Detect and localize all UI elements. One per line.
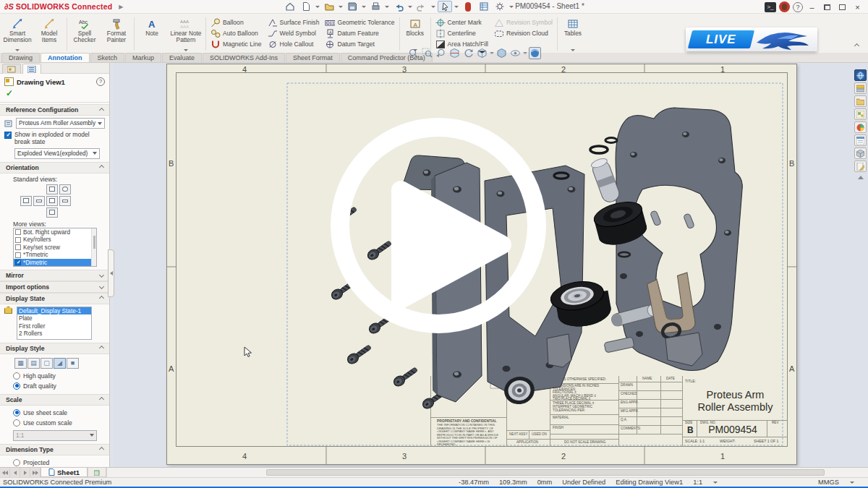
display-style-icon[interactable]	[495, 47, 508, 59]
weld-symbol-button[interactable]: Weld Symbol	[268, 28, 320, 38]
task-pane-expand-icon[interactable]	[858, 176, 864, 179]
scale-caret-icon[interactable]	[713, 481, 718, 484]
section-dimension-type[interactable]: Dimension Type	[0, 444, 109, 455]
hole-callout-button[interactable]: Hole Callout	[268, 39, 320, 49]
balloon-button[interactable]: Balloon	[210, 17, 262, 27]
propertymanager-tab[interactable]	[22, 64, 41, 74]
projected-dimension-radio[interactable]	[13, 459, 20, 466]
view-checkbox[interactable]	[15, 237, 21, 243]
display-state-list[interactable]: Default_Display State-1 Plate First roll…	[17, 307, 92, 340]
save-button[interactable]	[345, 1, 359, 12]
section-display-style[interactable]: Display Style	[0, 343, 109, 354]
design-library-icon[interactable]	[854, 82, 867, 94]
tab-solidworks-add-ins[interactable]: SOLIDWORKS Add-Ins	[203, 53, 285, 62]
featuremanager-tab[interactable]	[2, 64, 21, 74]
draft-quality-radio[interactable]	[13, 382, 20, 390]
first-sheet-button[interactable]	[0, 468, 10, 477]
last-sheet-button[interactable]	[30, 468, 41, 477]
list-item[interactable]: Default_Display State-1	[17, 307, 91, 315]
revision-symbol-button[interactable]: Revision Symbol	[494, 17, 553, 27]
exploded-state-checkbox[interactable]	[4, 132, 12, 139]
section-mirror[interactable]: Mirror	[0, 270, 109, 281]
more-views-list[interactable]: Bot. Right upward Key/rollers Key/set sc…	[13, 228, 97, 267]
tab-drawing[interactable]: Drawing	[1, 53, 40, 62]
centerline-button[interactable]: Centerline	[435, 28, 488, 38]
redo-caret-icon[interactable]	[431, 6, 435, 8]
view-checkbox[interactable]	[15, 252, 21, 258]
hide-show-items-icon[interactable]	[509, 47, 522, 59]
configuration-select[interactable]: Proteus Arm Roller Assembly	[16, 118, 105, 129]
center-mark-button[interactable]: Center Mark	[435, 17, 488, 27]
sheet1-tab[interactable]: Sheet1	[41, 468, 88, 477]
select-caret-icon[interactable]	[454, 6, 459, 8]
spell-checker-button[interactable]: Abc Spell Checker	[69, 15, 101, 53]
view-left-button[interactable]	[20, 196, 32, 206]
undo-caret-icon[interactable]	[408, 6, 412, 8]
exploded-view-select[interactable]: Exploded View1(exploded)	[14, 148, 100, 159]
appearances-icon[interactable]	[854, 121, 867, 133]
custom-scale-select[interactable]: 1:1	[13, 430, 97, 441]
print-button[interactable]	[368, 1, 383, 12]
view-checkbox[interactable]	[15, 260, 21, 265]
revision-cloud-button[interactable]: Revision Cloud	[494, 28, 553, 38]
zoom-to-fit-icon[interactable]	[407, 47, 420, 59]
video-play-button[interactable]	[331, 118, 546, 333]
note-button[interactable]: A Note	[136, 15, 168, 53]
new-caret-icon[interactable]	[315, 6, 320, 8]
panel-collapse-handle[interactable]	[108, 249, 114, 297]
rotate-view-icon[interactable]	[462, 47, 475, 59]
section-reference-configuration[interactable]: Reference Configuration	[0, 104, 109, 116]
prev-sheet-button[interactable]	[10, 468, 20, 477]
tab-sketch[interactable]: Sketch	[90, 53, 125, 62]
view-orientation-caret-icon[interactable]	[490, 52, 494, 54]
command-prompt-icon[interactable]: >_	[765, 2, 776, 12]
next-sheet-button[interactable]	[20, 468, 30, 477]
section-orientation[interactable]: Orientation	[0, 162, 109, 174]
view-back-button[interactable]	[59, 196, 71, 206]
view-checkbox[interactable]	[15, 229, 21, 235]
section-view-icon[interactable]	[448, 47, 461, 59]
units-caret-icon[interactable]	[850, 481, 854, 484]
hide-show-caret-icon[interactable]	[523, 52, 527, 54]
close-button[interactable]: ×	[851, 1, 864, 12]
user-avatar[interactable]	[779, 1, 790, 12]
section-scale[interactable]: Scale	[0, 394, 109, 406]
zoom-to-area-icon[interactable]	[421, 47, 433, 59]
solidworks-forum-icon[interactable]	[854, 147, 867, 159]
geometric-tolerance-button[interactable]: Geometric Tolerance	[325, 17, 394, 27]
view-checkbox[interactable]	[15, 244, 21, 250]
tab-markup[interactable]: Markup	[125, 53, 161, 62]
auto-balloon-button[interactable]: Auto Balloon	[210, 28, 262, 38]
previous-view-icon[interactable]	[435, 47, 447, 59]
list-scrollbar[interactable]	[91, 228, 96, 266]
horizontal-scrollbar[interactable]	[106, 468, 868, 477]
properties-editor-icon[interactable]	[854, 160, 867, 172]
restore-button[interactable]	[836, 1, 848, 12]
hidden-lines-removed-button[interactable]: ▢	[41, 358, 53, 369]
tab-evaluate[interactable]: Evaluate	[162, 53, 202, 62]
open-caret-icon[interactable]	[339, 6, 343, 8]
tables-button[interactable]: Tables	[559, 15, 587, 53]
wireframe-style-button[interactable]: ▦	[14, 358, 27, 369]
format-painter-button[interactable]: Format Painter	[101, 15, 132, 53]
ok-check-icon[interactable]: ✓	[0, 88, 109, 100]
view-settings-icon[interactable]	[529, 47, 541, 59]
tab-annotation[interactable]: Annotation	[41, 53, 90, 62]
help-icon[interactable]: ?	[793, 2, 803, 12]
view-right-button[interactable]	[46, 196, 58, 206]
home-task-icon[interactable]	[854, 69, 867, 81]
logo-expand-arrow-icon[interactable]: ▶	[119, 4, 123, 10]
open-button[interactable]	[322, 1, 336, 12]
minimize-button[interactable]: –	[806, 1, 818, 12]
view-orientation-icon[interactable]	[476, 47, 488, 59]
redo-button[interactable]	[414, 1, 429, 12]
home-button[interactable]	[283, 1, 297, 12]
new-document-button[interactable]	[299, 1, 313, 12]
ribbon-collapse-chevron[interactable]	[855, 41, 862, 47]
use-custom-scale-radio[interactable]	[13, 419, 20, 427]
shaded-with-edges-button[interactable]: ◢	[54, 358, 66, 369]
view-isometric-button[interactable]	[59, 184, 71, 194]
datum-target-button[interactable]: Datum Target	[325, 39, 394, 49]
view-front-button[interactable]	[46, 184, 58, 194]
surface-finish-button[interactable]: Surface Finish	[268, 17, 320, 27]
